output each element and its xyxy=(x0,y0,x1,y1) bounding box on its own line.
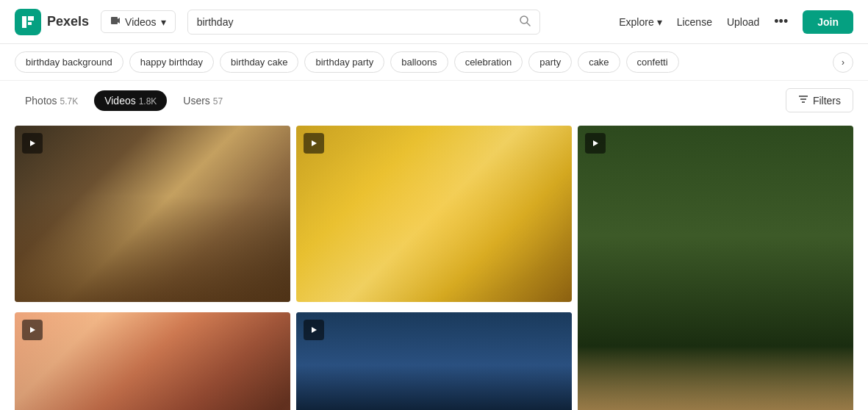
video-item-2[interactable] xyxy=(296,126,572,302)
video-item-5[interactable] xyxy=(296,312,572,410)
search-input[interactable] xyxy=(197,16,513,28)
video-grid xyxy=(0,120,868,410)
tag-pill-confetti[interactable]: confetti xyxy=(626,51,679,73)
nav-links: Explore ▾ License Upload ••• Join xyxy=(619,10,853,34)
video-icon xyxy=(110,15,121,28)
chevron-down-icon: ▾ xyxy=(161,16,166,28)
header: Pexels Videos ▾ Explore ▾ License Upload… xyxy=(0,0,868,44)
svg-marker-13 xyxy=(312,327,317,333)
tags-row: birthday backgroundhappy birthdaybirthda… xyxy=(0,44,868,81)
tag-pill-birthday-background[interactable]: birthday background xyxy=(15,51,123,73)
search-bar[interactable] xyxy=(187,10,540,35)
license-nav[interactable]: License xyxy=(677,16,712,28)
video-item-1[interactable] xyxy=(15,126,290,302)
explore-nav[interactable]: Explore ▾ xyxy=(619,16,661,28)
svg-marker-12 xyxy=(30,327,35,333)
tab-photos[interactable]: Photos 5.7K xyxy=(15,90,88,111)
tab-count: 5.7K xyxy=(60,96,78,107)
video-item-3[interactable] xyxy=(578,126,853,410)
tab-count: 1.8K xyxy=(139,96,157,107)
svg-marker-10 xyxy=(312,140,317,146)
svg-rect-1 xyxy=(28,16,34,21)
upload-nav[interactable]: Upload xyxy=(727,16,759,28)
play-icon-3 xyxy=(585,133,606,154)
tag-pill-celebration[interactable]: celebration xyxy=(454,51,523,73)
join-button[interactable]: Join xyxy=(803,10,853,34)
tab-label: Videos xyxy=(104,95,136,107)
tag-pill-cake[interactable]: cake xyxy=(578,51,620,73)
logo-text: Pexels xyxy=(47,14,89,29)
tab-label: Users xyxy=(183,95,210,107)
logo-area[interactable]: Pexels xyxy=(15,9,89,35)
filters-button[interactable]: Filters xyxy=(786,88,853,112)
filter-bar: Photos 5.7KVideos 1.8KUsers 57 Filters xyxy=(0,81,868,120)
tag-pill-birthday-cake[interactable]: birthday cake xyxy=(220,51,298,73)
svg-rect-0 xyxy=(22,16,26,28)
tab-users[interactable]: Users 57 xyxy=(173,90,233,111)
svg-marker-11 xyxy=(593,140,598,146)
svg-rect-3 xyxy=(111,17,118,24)
play-icon-2 xyxy=(304,133,324,154)
more-options-button[interactable]: ••• xyxy=(774,14,788,29)
svg-line-5 xyxy=(527,23,530,26)
play-icon-4 xyxy=(22,320,43,340)
pexels-logo-icon xyxy=(15,9,41,35)
play-icon-1 xyxy=(22,133,43,154)
tab-count: 57 xyxy=(213,96,223,107)
filters-label: Filters xyxy=(813,95,841,107)
tab-videos[interactable]: Videos 1.8K xyxy=(94,90,167,111)
tag-pill-happy-birthday[interactable]: happy birthday xyxy=(129,51,214,73)
play-icon-5 xyxy=(304,320,324,340)
tab-label: Photos xyxy=(25,95,57,107)
filter-icon xyxy=(798,94,808,107)
explore-chevron-icon: ▾ xyxy=(657,16,662,28)
videos-label: Videos xyxy=(125,16,157,28)
svg-marker-9 xyxy=(30,140,35,146)
search-icon[interactable] xyxy=(519,15,531,29)
videos-dropdown-button[interactable]: Videos ▾ xyxy=(101,10,176,33)
tag-pill-party[interactable]: party xyxy=(528,51,572,73)
video-item-4[interactable] xyxy=(15,312,290,410)
tags-next-arrow[interactable]: › xyxy=(833,52,853,73)
svg-rect-2 xyxy=(28,22,32,25)
tag-pill-balloons[interactable]: balloons xyxy=(390,51,448,73)
tag-pill-birthday-party[interactable]: birthday party xyxy=(304,51,384,73)
